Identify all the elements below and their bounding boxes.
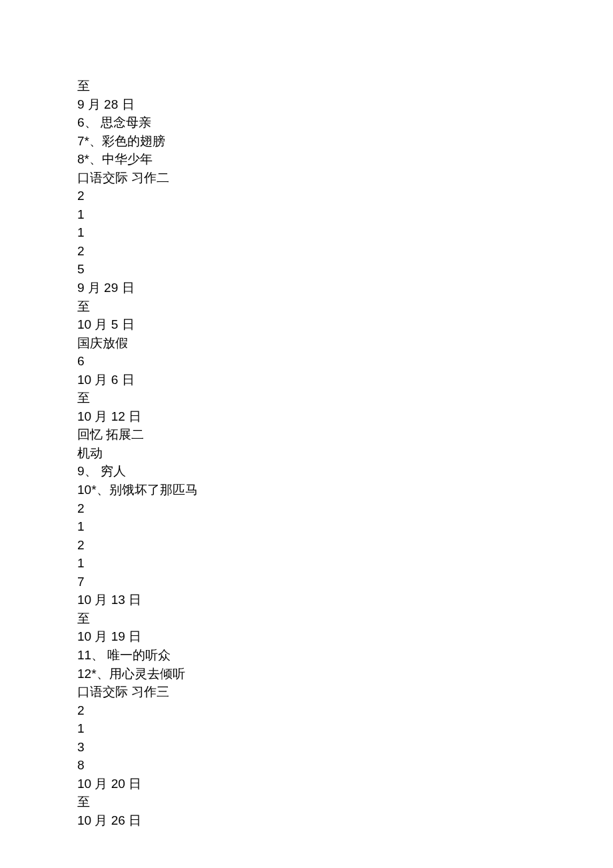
text-line: 9 月 28 日 (77, 95, 613, 114)
text-line: 7*、彩色的翅膀 (77, 132, 613, 151)
text-line: 10 月 6 日 (77, 371, 613, 389)
text-line: 机动 (77, 444, 613, 463)
text-line: 2 (77, 536, 613, 555)
text-line: 12*、用心灵去倾听 (77, 665, 613, 683)
text-line: 1 (77, 517, 613, 536)
text-line: 至 (77, 389, 613, 407)
text-line: 10 月 5 日 (77, 315, 613, 334)
text-line: 2 (77, 242, 613, 261)
text-line: 6、 思念母亲 (77, 113, 613, 132)
text-line: 8*、中华少年 (77, 150, 613, 169)
text-line: 国庆放假 (77, 334, 613, 353)
text-line: 1 (77, 554, 613, 573)
text-line: 2 (77, 701, 613, 720)
text-line: 至 (77, 77, 613, 95)
text-line: 1 (77, 223, 613, 242)
text-line: 10 月 20 日 (77, 775, 613, 793)
document-page: 至 9 月 28 日 6、 思念母亲 7*、彩色的翅膀 8*、中华少年 口语交际… (0, 0, 613, 868)
text-line: 11、 唯一的听众 (77, 646, 613, 665)
text-line: 回忆 拓展二 (77, 425, 613, 444)
text-line: 至 (77, 793, 613, 811)
text-line: 8 (77, 756, 613, 775)
text-line: 3 (77, 738, 613, 757)
text-line: 10 月 12 日 (77, 407, 613, 426)
text-line: 9、 穷人 (77, 462, 613, 481)
text-line: 口语交际 习作二 (77, 169, 613, 187)
text-line: 1 (77, 205, 613, 224)
text-line: 9 月 29 日 (77, 279, 613, 297)
text-line: 10 月 13 日 (77, 591, 613, 609)
text-line: 2 (77, 187, 613, 205)
text-line: 2 (77, 499, 613, 518)
text-line: 7 (77, 573, 613, 591)
text-line: 至 (77, 297, 613, 316)
text-line: 10*、别饿坏了那匹马 (77, 481, 613, 499)
text-line: 至 (77, 609, 613, 628)
text-line: 口语交际 习作三 (77, 683, 613, 701)
text-line: 10 月 26 日 (77, 811, 613, 830)
text-line: 5 (77, 260, 613, 279)
text-line: 10 月 19 日 (77, 627, 613, 646)
text-line: 1 (77, 719, 613, 738)
text-line: 6 (77, 352, 613, 371)
